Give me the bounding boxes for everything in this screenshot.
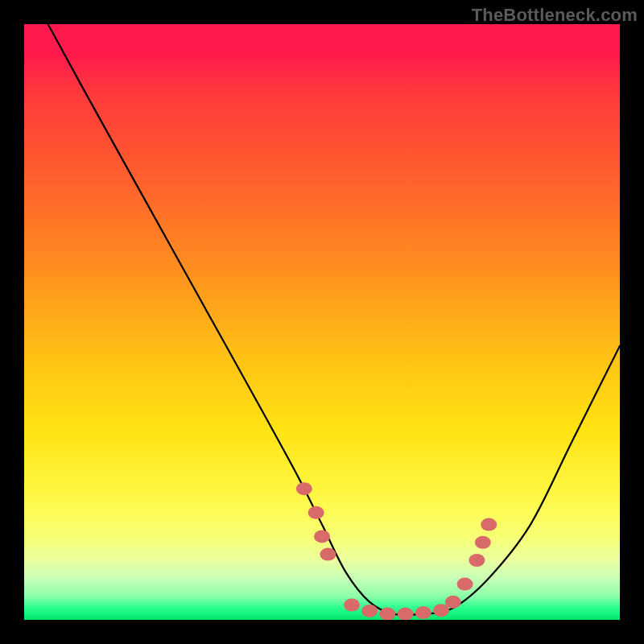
marker-dot xyxy=(296,482,312,495)
bottleneck-curve xyxy=(48,24,620,615)
marker-dot xyxy=(475,536,491,549)
marker-dot xyxy=(379,608,395,620)
marker-dot xyxy=(308,506,324,519)
watermark-text: TheBottleneck.com xyxy=(472,5,638,26)
marker-dot xyxy=(415,606,431,619)
marker-dot xyxy=(457,578,473,591)
marker-dot xyxy=(469,554,485,567)
marker-dot xyxy=(320,548,336,561)
marker-dot xyxy=(445,596,461,609)
marker-dot xyxy=(344,599,360,612)
marker-dot xyxy=(481,518,497,531)
marker-dot xyxy=(314,530,330,543)
curve-layer xyxy=(24,24,620,620)
marker-dot xyxy=(361,605,378,617)
chart-stage: TheBottleneck.com xyxy=(0,0,644,644)
marker-dot xyxy=(398,608,414,620)
gradient-plot-area xyxy=(24,24,620,620)
